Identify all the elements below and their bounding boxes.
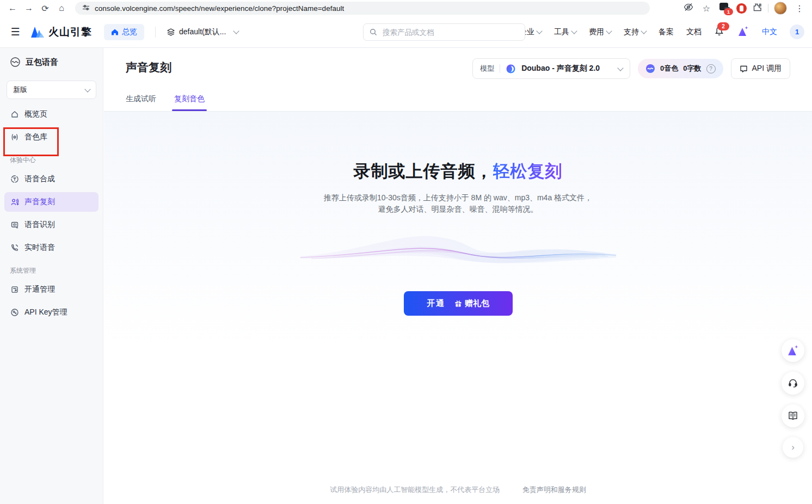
- hamburger-menu-icon[interactable]: ☰: [8, 26, 23, 38]
- gift-icon: [454, 300, 462, 308]
- global-search[interactable]: [363, 23, 525, 41]
- bookmark-star-icon[interactable]: ☆: [699, 1, 713, 15]
- volcengine-mountain-icon: [30, 26, 45, 38]
- gift-label: 赠礼包: [465, 298, 489, 309]
- chevron-down-icon: [536, 28, 542, 34]
- console-topnav: ☰ 火山引擎 总览 default(默认... 企业 工具 费用: [0, 16, 812, 48]
- address-bar[interactable]: console.volcengine.com/speech/new/experi…: [75, 2, 650, 15]
- version-select[interactable]: 新版: [7, 81, 96, 99]
- browser-home-icon[interactable]: ⌂: [54, 1, 69, 15]
- toolbar-divider: [768, 4, 768, 13]
- key-icon: [10, 308, 19, 317]
- chevron-down-icon: [617, 65, 623, 71]
- project-name: default(默认...: [179, 27, 226, 37]
- quota-chars: 0字数: [683, 64, 701, 73]
- browser-menu-kebab-icon[interactable]: ⋮: [792, 1, 807, 15]
- sidebar-item-realtime[interactable]: 实时语音: [4, 238, 99, 257]
- open-book-icon: [788, 410, 798, 421]
- home-icon: [10, 110, 19, 119]
- nav-divider: [155, 27, 156, 38]
- hero-title-main: 录制或上传音频，: [354, 162, 493, 181]
- hero-title: 录制或上传音频，轻松复刻: [104, 160, 812, 183]
- overview-nav-chip[interactable]: 总览: [104, 24, 144, 40]
- project-selector[interactable]: default(默认...: [167, 27, 238, 37]
- float-ai-assistant-button[interactable]: [782, 339, 804, 362]
- main-header: 声音复刻 模型 Doubao - 声音复刻 2.0: [104, 48, 812, 112]
- menu-tools[interactable]: 工具: [554, 27, 576, 37]
- model-selector[interactable]: 模型 Doubao - 声音复刻 2.0: [472, 58, 630, 79]
- model-value: Doubao - 声音复刻 2.0: [521, 64, 600, 73]
- sidebar-section-system: 系统管理: [0, 261, 103, 276]
- adblock-extension-icon[interactable]: [736, 3, 747, 14]
- waveform-graphic: [300, 229, 616, 276]
- hero-description: 推荐上传或录制10-30s音频，上传支持小于 8M 的 wav、mp3、m4a …: [104, 192, 812, 215]
- url-text[interactable]: console.volcengine.com/speech/new/experi…: [95, 4, 344, 13]
- gift-package: 赠礼包: [454, 298, 489, 309]
- float-docs-button[interactable]: [782, 404, 804, 427]
- api-call-button[interactable]: API 调用: [731, 58, 790, 79]
- page-title: 声音复刻: [126, 60, 171, 75]
- sidebar-item-tts[interactable]: 语音合成: [4, 169, 99, 189]
- ai-assistant-icon[interactable]: [737, 26, 749, 39]
- browser-refresh-icon[interactable]: ⟳: [38, 1, 52, 15]
- model-label: 模型: [480, 64, 494, 73]
- sidebar-item-api-key[interactable]: API Key管理: [4, 303, 99, 322]
- sidebar-item-voice-clone[interactable]: 声音复刻: [4, 192, 99, 212]
- chevron-down-icon: [233, 28, 239, 34]
- sidebar-item-asr[interactable]: 语音识别: [4, 215, 99, 235]
- headset-icon: [788, 378, 798, 389]
- site-info-icon[interactable]: [82, 4, 90, 13]
- main-content: 声音复刻 模型 Doubao - 声音复刻 2.0: [104, 48, 812, 504]
- quota-voices: 0音色: [660, 64, 678, 73]
- privacy-eye-icon[interactable]: [683, 2, 694, 15]
- clone-empty-state: 录制或上传音频，轻松复刻 推荐上传或录制10-30s音频，上传支持小于 8M 的…: [104, 112, 812, 504]
- search-icon: [370, 28, 377, 36]
- extension-badge: 1: [724, 8, 733, 15]
- browser-toolbar: ← → ⟳ ⌂ console.volcengine.com/speech/ne…: [0, 0, 812, 16]
- brand-name: 火山引擎: [48, 25, 92, 39]
- layers-icon: [167, 28, 175, 36]
- help-question-icon[interactable]: ?: [706, 64, 716, 73]
- document-icon: [10, 285, 19, 294]
- search-input[interactable]: [382, 28, 519, 37]
- tab-bar: 生成试听 复刻音色: [126, 94, 205, 111]
- browser-back-icon[interactable]: ←: [5, 1, 20, 15]
- chevron-down-icon: [84, 86, 90, 92]
- extensions-puzzle-icon[interactable]: [752, 2, 762, 15]
- overview-label: 总览: [122, 27, 137, 37]
- language-switch[interactable]: 中文: [762, 27, 777, 37]
- extension-icon[interactable]: 1: [719, 2, 731, 14]
- phone-icon: [10, 243, 19, 252]
- quota-pill[interactable]: 0音色 0字数 ?: [638, 59, 723, 78]
- api-chat-icon: [740, 65, 748, 73]
- sidebar: 豆包语音 新版 概览页 音色库 体验中心 语音合成 声音复刻: [0, 48, 103, 504]
- chevron-down-icon: [571, 28, 577, 34]
- sidebar-item-activation[interactable]: 开通管理: [4, 280, 99, 299]
- doubao-model-icon: [506, 64, 516, 74]
- float-support-button[interactable]: [782, 372, 804, 395]
- notification-bell-icon[interactable]: 2: [714, 26, 724, 38]
- float-collapse-button[interactable]: ›: [783, 437, 803, 458]
- menu-billing[interactable]: 费用: [589, 27, 611, 37]
- chevron-down-icon: [606, 28, 612, 34]
- footer: 试用体验内容均由人工智能模型生成，不代表平台立场 免责声明和服务规则: [104, 485, 812, 495]
- speech-synthesis-icon: [10, 175, 19, 183]
- account-avatar[interactable]: 1: [790, 24, 804, 39]
- tab-generate-audition[interactable]: 生成试听: [126, 94, 156, 111]
- browser-forward-icon[interactable]: →: [22, 1, 36, 15]
- footer-terms-link[interactable]: 免责声明和服务规则: [522, 485, 586, 494]
- menu-support[interactable]: 支持: [624, 27, 646, 37]
- hero-desc-line2: 避免多人对话、明显杂音、噪音、混响等情况。: [104, 204, 812, 215]
- menu-docs[interactable]: 文档: [686, 27, 702, 37]
- browser-profile-avatar[interactable]: [774, 2, 787, 15]
- tab-clone-voice[interactable]: 复刻音色: [174, 94, 205, 111]
- volcengine-logo[interactable]: 火山引擎: [30, 25, 92, 39]
- sidebar-item-overview[interactable]: 概览页: [4, 105, 99, 124]
- hero-title-accent: 轻松复刻: [493, 162, 563, 181]
- doubao-voice-icon: [10, 57, 21, 67]
- chevron-down-icon: [641, 28, 647, 34]
- activate-button[interactable]: 开通 赠礼包: [404, 291, 513, 316]
- chevron-right-icon: ›: [791, 442, 795, 453]
- menu-icp[interactable]: 备案: [659, 27, 674, 37]
- divider: [500, 64, 500, 73]
